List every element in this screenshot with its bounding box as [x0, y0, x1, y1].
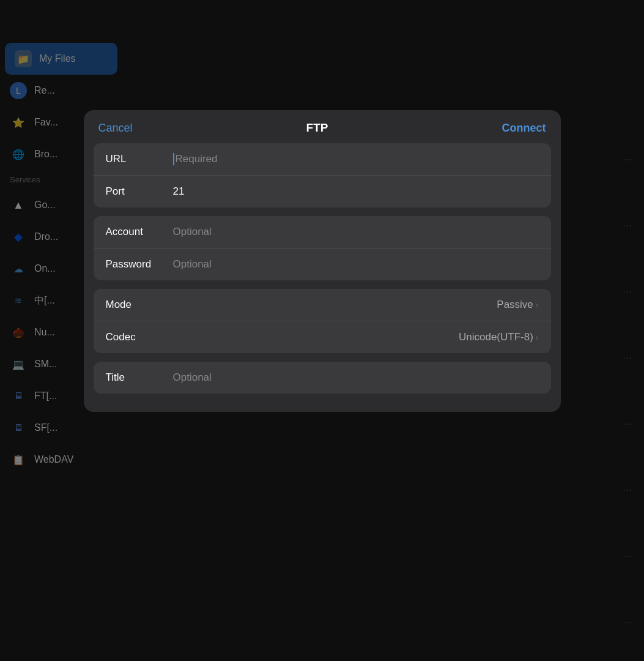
mode-row[interactable]: Mode Passive › [94, 289, 551, 321]
port-input[interactable] [173, 185, 539, 198]
cancel-button[interactable]: Cancel [98, 122, 133, 135]
codec-label: Codec [106, 331, 173, 343]
connect-button[interactable]: Connect [502, 122, 546, 135]
account-row: Account [94, 216, 551, 248]
settings-section: Mode Passive › Codec Unicode(UTF-8) › [94, 289, 551, 353]
account-input[interactable] [173, 226, 539, 238]
mode-label: Mode [106, 299, 173, 311]
port-row: Port [94, 175, 551, 207]
cursor-indicator [173, 153, 174, 165]
port-label: Port [106, 185, 173, 198]
title-label: Title [106, 372, 173, 384]
url-row: URL [94, 143, 551, 175]
mode-chevron: › [536, 300, 539, 310]
connection-section: URL Port [94, 143, 551, 207]
codec-value: Unicode(UTF-8) › [459, 331, 539, 343]
modal-title: FTP [306, 121, 328, 135]
password-row: Password [94, 248, 551, 280]
password-label: Password [106, 258, 173, 271]
codec-row[interactable]: Codec Unicode(UTF-8) › [94, 321, 551, 353]
modal-header: Cancel FTP Connect [84, 110, 561, 143]
mode-value: Passive › [497, 299, 538, 311]
ftp-modal: Cancel FTP Connect URL Port [84, 110, 561, 412]
password-input[interactable] [173, 258, 539, 271]
title-section: Title [94, 362, 551, 394]
title-row: Title [94, 362, 551, 394]
modal-body: URL Port Account Password [84, 143, 561, 412]
codec-value-text: Unicode(UTF-8) [459, 331, 533, 343]
account-label: Account [106, 226, 173, 238]
modal-overlay: Cancel FTP Connect URL Port [0, 0, 644, 661]
mode-value-text: Passive [497, 299, 533, 311]
codec-chevron: › [536, 332, 539, 342]
title-input[interactable] [173, 372, 539, 384]
credentials-section: Account Password [94, 216, 551, 280]
url-label: URL [106, 153, 173, 165]
url-input[interactable] [176, 153, 539, 165]
